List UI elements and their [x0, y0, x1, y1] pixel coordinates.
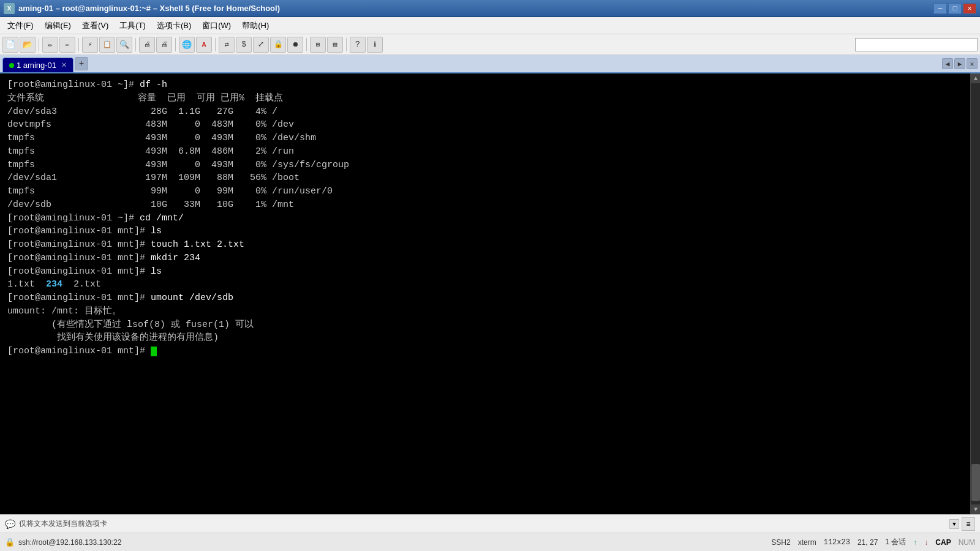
toolbar-sep6 — [306, 38, 307, 51]
status-caps: CAP — [935, 538, 951, 547]
maximize-button[interactable]: □ — [948, 3, 962, 14]
tab-status-dot — [9, 63, 14, 68]
scrollbar-down-btn[interactable]: ▼ — [971, 504, 980, 514]
window-title: aming-01 – root@aminglinux-01:~# – Xshel… — [18, 4, 280, 13]
terminal-prompt: [root@aminglinux-01 mnt]# — [7, 266, 151, 277]
terminal-line: 1.txt 234 2.txt — [7, 278, 973, 291]
terminal-line: tmpfs 493M 0 493M 0% /sys/fs/cgroup — [7, 159, 973, 172]
toolbar-sep1 — [39, 38, 39, 51]
toolbar-sep2 — [78, 38, 79, 51]
close-button[interactable]: ✕ — [963, 3, 976, 14]
terminal-command: ls — [151, 226, 162, 236]
status-left: 🔒 ssh://root@192.168.133.130:22 — [5, 538, 121, 547]
terminal-command: mkdir 234 — [151, 253, 200, 263]
main-area: [root@aminglinux-01 ~]# df -h文件系统 容量 已用 … — [0, 73, 980, 551]
menu-edit[interactable]: 编辑(E) — [40, 18, 76, 33]
menu-window[interactable]: 窗口(W) — [197, 18, 236, 33]
tab-nav-right: ◀ ▶ ✕ — [942, 58, 978, 69]
toolbar-sep3 — [135, 38, 136, 51]
toolbar-sep5 — [215, 38, 216, 51]
bottom-dropdown-btn[interactable]: ▼ — [949, 519, 959, 529]
tab-aming01[interactable]: 1 aming-01 ✕ — [2, 58, 74, 72]
status-up-arrow: ↑ — [913, 538, 917, 547]
toolbar-search-input[interactable] — [855, 38, 978, 51]
tab-label: 1 aming-01 — [17, 61, 56, 70]
status-sessions: 1 会话 — [885, 537, 906, 547]
toolbar-multi-btn[interactable]: ⊞ — [310, 37, 326, 53]
toolbar-expand-btn[interactable]: ⤢ — [253, 37, 269, 53]
app-icon: X — [4, 3, 15, 14]
status-bar: 🔒 ssh://root@192.168.133.130:22 SSH2 xte… — [0, 533, 980, 551]
scrollbar[interactable]: ▲ ▼ — [970, 73, 980, 514]
toolbar-font-btn[interactable]: A — [196, 37, 212, 53]
terminal-prompt: [root@aminglinux-01 mnt]# — [7, 293, 151, 303]
toolbar: 📄 📂 ✏ ✏ ⚡ 📋 🔍 🖨 🖨 🌐 A ⇄ $ ⤢ 🔒 ⏺ ⊞ ▤ ? ℹ — [0, 34, 980, 55]
menu-view[interactable]: 查看(V) — [77, 18, 113, 33]
scrollbar-up-btn[interactable]: ▲ — [971, 73, 980, 83]
toolbar-open-btn[interactable]: 📂 — [20, 37, 36, 53]
terminal[interactable]: [root@aminglinux-01 ~]# df -h文件系统 容量 已用 … — [0, 73, 980, 512]
terminal-line: tmpfs 99M 0 99M 0% /run/user/0 — [7, 185, 973, 198]
menu-tools[interactable]: 工具(T) — [115, 18, 151, 33]
terminal-line: /dev/sda1 197M 109M 88M 56% /boot — [7, 171, 973, 185]
toolbar-copy-btn[interactable]: 📋 — [99, 37, 115, 53]
toolbar-shell-btn[interactable]: $ — [236, 37, 252, 53]
terminal-line: [root@aminglinux-01 mnt]# ls — [7, 225, 973, 238]
title-bar-left: X aming-01 – root@aminglinux-01:~# – Xsh… — [4, 3, 280, 14]
tab-nav-right-btn[interactable]: ▶ — [954, 58, 965, 69]
terminal-command: cd /mnt/ — [140, 213, 184, 223]
terminal-command: umount /dev/sdb — [151, 293, 233, 303]
tab-nav-left-btn[interactable]: ◀ — [942, 58, 953, 69]
toolbar-help-btn[interactable]: ? — [350, 37, 366, 53]
scrollbar-thumb[interactable] — [971, 464, 980, 501]
terminal-line: [root@aminglinux-01 mnt]# umount /dev/sd… — [7, 291, 973, 305]
status-protocol: SSH2 — [771, 538, 790, 547]
toolbar-lock-btn[interactable]: 🔒 — [270, 37, 286, 53]
terminal-output-part: 2.txt — [62, 279, 101, 290]
terminal-cursor — [151, 347, 157, 356]
terminal-line: devtmpfs 483M 0 483M 0% /dev — [7, 118, 973, 132]
status-terminal: xterm — [798, 538, 816, 547]
minimize-button[interactable]: ─ — [933, 3, 947, 14]
bottom-bar: 💬 仅将文本发送到当前选项卡 ▼ ≡ — [0, 514, 980, 533]
terminal-line: [root@aminglinux-01 ~]# df -h — [7, 78, 973, 92]
terminal-line: [root@aminglinux-01 mnt]# mkdir 234 — [7, 252, 973, 265]
terminal-prompt: [root@aminglinux-01 mnt]# — [7, 239, 151, 250]
toolbar-search-btn[interactable]: 🔍 — [116, 37, 132, 53]
toolbar-split-btn[interactable]: ▤ — [327, 37, 343, 53]
terminal-output-part: 234 — [46, 279, 62, 290]
terminal-line: /dev/sda3 28G 1.1G 27G 4% / — [7, 105, 973, 119]
toolbar-print-btn[interactable]: 🖨 — [139, 37, 155, 53]
toolbar-connect-btn[interactable]: ⚡ — [82, 37, 98, 53]
terminal-prompt: [root@aminglinux-01 ~]# — [7, 213, 140, 223]
toolbar-transfer-btn[interactable]: ⇄ — [219, 37, 235, 53]
toolbar-sep7 — [346, 38, 347, 51]
terminal-line: 文件系统 容量 已用 可用 已用% 挂载点 — [7, 92, 973, 105]
toolbar-print2-btn[interactable]: 🖨 — [156, 37, 172, 53]
status-right: SSH2 xterm 112x23 21, 27 1 会话 ↑ ↓ CAP NU… — [771, 537, 975, 547]
status-down-arrow: ↓ — [924, 538, 928, 547]
tab-add-button[interactable]: + — [75, 57, 88, 70]
terminal-output-part: 1.txt — [7, 279, 46, 290]
toolbar-new-btn[interactable]: 📄 — [2, 37, 18, 53]
bottom-right: ▼ ≡ — [949, 517, 975, 531]
toolbar-pencil2-btn[interactable]: ✏ — [59, 37, 75, 53]
terminal-wrapper: [root@aminglinux-01 ~]# df -h文件系统 容量 已用 … — [0, 73, 980, 514]
tab-close-btn[interactable]: ✕ — [61, 61, 67, 69]
terminal-line: [root@aminglinux-01 ~]# cd /mnt/ — [7, 212, 973, 225]
toolbar-pencil-btn[interactable]: ✏ — [42, 37, 58, 53]
window-controls: ─ □ ✕ — [933, 3, 976, 14]
menu-help[interactable]: 帮助(H) — [237, 18, 274, 33]
menu-file[interactable]: 文件(F) — [2, 18, 39, 33]
toolbar-globe-btn[interactable]: 🌐 — [179, 37, 195, 53]
status-connection: ssh://root@192.168.133.130:22 — [18, 538, 121, 547]
toolbar-rec-btn[interactable]: ⏺ — [287, 37, 303, 53]
terminal-prompt: [root@aminglinux-01 mnt]# — [7, 346, 151, 356]
terminal-prompt: [root@aminglinux-01 mnt]# — [7, 226, 151, 236]
bottom-menu-btn[interactable]: ≡ — [962, 517, 975, 531]
terminal-line: [root@aminglinux-01 mnt]# ls — [7, 265, 973, 279]
menu-bar: 文件(F) 编辑(E) 查看(V) 工具(T) 选项卡(B) 窗口(W) 帮助(… — [0, 17, 980, 34]
menu-tabs[interactable]: 选项卡(B) — [152, 18, 196, 33]
tab-nav-close-btn[interactable]: ✕ — [967, 58, 978, 69]
toolbar-info-btn[interactable]: ℹ — [367, 37, 383, 53]
